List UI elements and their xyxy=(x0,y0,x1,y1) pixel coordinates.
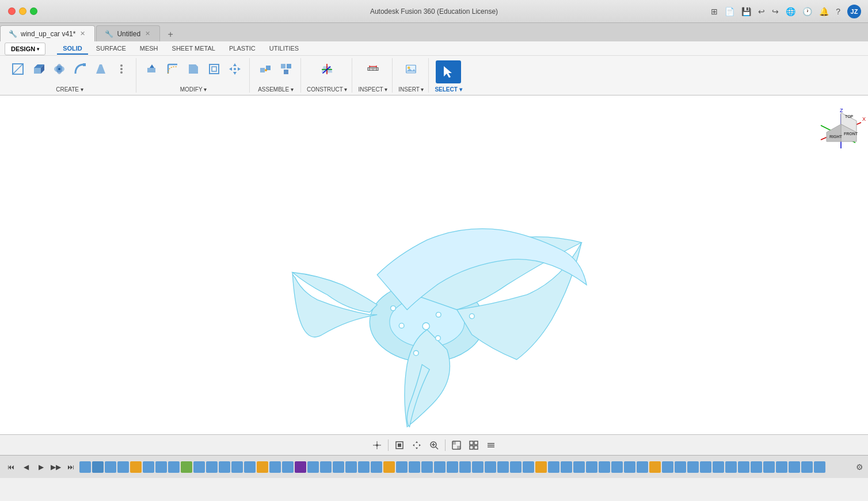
timeline-item[interactable] xyxy=(763,461,775,473)
display-mode-button[interactable] xyxy=(449,438,464,453)
sweep-button[interactable] xyxy=(70,60,90,79)
fillet-button[interactable] xyxy=(163,60,182,79)
viewport-canvas[interactable]: Z X TOP FRONT RIGHT xyxy=(0,95,868,434)
timeline-item[interactable] xyxy=(573,461,585,473)
timeline-item[interactable] xyxy=(624,461,635,473)
timeline-item[interactable] xyxy=(599,461,610,473)
joint-button[interactable] xyxy=(256,60,275,79)
timeline-item[interactable] xyxy=(789,461,800,473)
timeline-item[interactable] xyxy=(333,461,344,473)
timeline-item[interactable] xyxy=(561,461,572,473)
chamfer-button[interactable] xyxy=(184,60,203,79)
timeline-item[interactable] xyxy=(383,461,395,473)
timeline-item[interactable] xyxy=(181,461,192,473)
viewcube[interactable]: Z X TOP FRONT RIGHT xyxy=(815,102,861,148)
timeline-item[interactable] xyxy=(117,461,129,473)
timeline-item[interactable] xyxy=(434,461,446,473)
timeline-item[interactable] xyxy=(472,461,484,473)
insert-image-button[interactable] xyxy=(401,60,421,79)
tab-wind-up-car[interactable]: 🔧 wind_up_car v41* ✕ xyxy=(0,25,95,41)
timeline-item[interactable] xyxy=(725,461,737,473)
timeline-item[interactable] xyxy=(459,461,471,473)
timeline-play-button[interactable]: ▶ xyxy=(35,461,47,473)
loft-button[interactable] xyxy=(91,60,111,79)
timeline-item[interactable] xyxy=(586,461,597,473)
timeline-item[interactable] xyxy=(421,461,433,473)
timeline-item[interactable] xyxy=(751,461,762,473)
new-sketch-button[interactable] xyxy=(8,60,28,79)
close-button[interactable] xyxy=(8,7,16,15)
construct-plane-button[interactable] xyxy=(317,60,337,79)
timeline-item[interactable] xyxy=(219,461,230,473)
tab-mesh[interactable]: MESH xyxy=(134,43,164,55)
redo-icon[interactable]: ↪ xyxy=(772,7,779,16)
help-icon[interactable]: ? xyxy=(836,7,840,16)
timeline-item[interactable] xyxy=(92,461,104,473)
timeline-item[interactable] xyxy=(168,461,180,473)
timeline-item[interactable] xyxy=(269,461,281,473)
timeline-item[interactable] xyxy=(155,461,167,473)
tab-close-button[interactable]: ✕ xyxy=(79,30,86,37)
timeline-item[interactable] xyxy=(713,461,724,473)
timeline-settings-button[interactable]: ⚙ xyxy=(856,462,863,472)
timeline-item[interactable] xyxy=(675,461,686,473)
more-options-button[interactable] xyxy=(484,438,498,453)
timeline-item[interactable] xyxy=(282,461,294,473)
timeline-item[interactable] xyxy=(295,461,306,473)
inspect-label[interactable]: INSPECT ▾ xyxy=(358,85,387,93)
tab-sheet-metal[interactable]: SHEET METAL xyxy=(166,43,221,55)
tab-plastic[interactable]: PLASTIC xyxy=(223,43,261,55)
assemble-label[interactable]: ASSEMBLE ▾ xyxy=(258,85,294,93)
zoom-fit-button[interactable] xyxy=(427,438,441,453)
timeline-last-button[interactable]: ⏭ xyxy=(64,461,77,473)
design-dropdown[interactable]: DESIGN ▾ xyxy=(5,43,49,55)
timeline-item[interactable] xyxy=(409,461,420,473)
new-tab-button[interactable]: + xyxy=(163,28,177,41)
apps-icon[interactable]: ⊞ xyxy=(711,7,718,16)
timeline-item[interactable] xyxy=(535,461,547,473)
timeline-item[interactable] xyxy=(320,461,332,473)
timeline-next-button[interactable]: ▶▶ xyxy=(50,461,62,473)
timeline-item[interactable] xyxy=(649,461,661,473)
tab-utilities[interactable]: UTILITIES xyxy=(264,43,304,55)
globe-icon[interactable]: 🌐 xyxy=(786,7,795,16)
timeline-item[interactable] xyxy=(143,461,154,473)
timeline-item[interactable] xyxy=(396,461,408,473)
measure-button[interactable] xyxy=(363,60,383,79)
tab-untitled[interactable]: 🔧 Untitled ✕ xyxy=(96,25,160,41)
timeline-item[interactable] xyxy=(447,461,458,473)
create-label[interactable]: CREATE ▾ xyxy=(56,85,83,93)
timeline-item[interactable] xyxy=(307,461,319,473)
timeline-item[interactable] xyxy=(231,461,243,473)
select-label[interactable]: SELECT ▾ xyxy=(435,85,462,93)
clock-icon[interactable]: 🕐 xyxy=(802,7,812,16)
minimize-button[interactable] xyxy=(19,7,26,15)
timeline-item[interactable] xyxy=(485,461,496,473)
tab-surface[interactable]: SURFACE xyxy=(90,43,132,55)
timeline-prev-button[interactable]: ◀ xyxy=(20,461,32,473)
design-button[interactable]: DESIGN ▾ xyxy=(5,43,45,55)
press-pull-button[interactable] xyxy=(142,60,162,79)
construct-label[interactable]: CONSTRUCT ▾ xyxy=(307,85,347,93)
timeline-item[interactable] xyxy=(345,461,357,473)
timeline-item[interactable] xyxy=(738,461,749,473)
timeline-item[interactable] xyxy=(257,461,268,473)
select-tool-button[interactable] xyxy=(436,60,461,83)
timeline-item[interactable] xyxy=(371,461,382,473)
timeline-item[interactable] xyxy=(79,461,91,473)
timeline-item[interactable] xyxy=(662,461,673,473)
insert-label[interactable]: INSERT ▾ xyxy=(398,85,424,93)
timeline-item[interactable] xyxy=(105,461,116,473)
timeline-item[interactable] xyxy=(687,461,699,473)
timeline-item[interactable] xyxy=(193,461,205,473)
snap-grid-button[interactable] xyxy=(370,438,384,453)
timeline-first-button[interactable]: ⏮ xyxy=(5,461,17,473)
timeline-item[interactable] xyxy=(611,461,623,473)
capture-position-button[interactable] xyxy=(392,438,407,453)
create-more-button[interactable] xyxy=(112,60,131,79)
timeline-item[interactable] xyxy=(801,461,813,473)
file-icon[interactable]: 📄 xyxy=(725,7,734,16)
timeline-item[interactable] xyxy=(510,461,521,473)
tab-close-button-2[interactable]: ✕ xyxy=(144,30,151,37)
timeline-item[interactable] xyxy=(358,461,370,473)
